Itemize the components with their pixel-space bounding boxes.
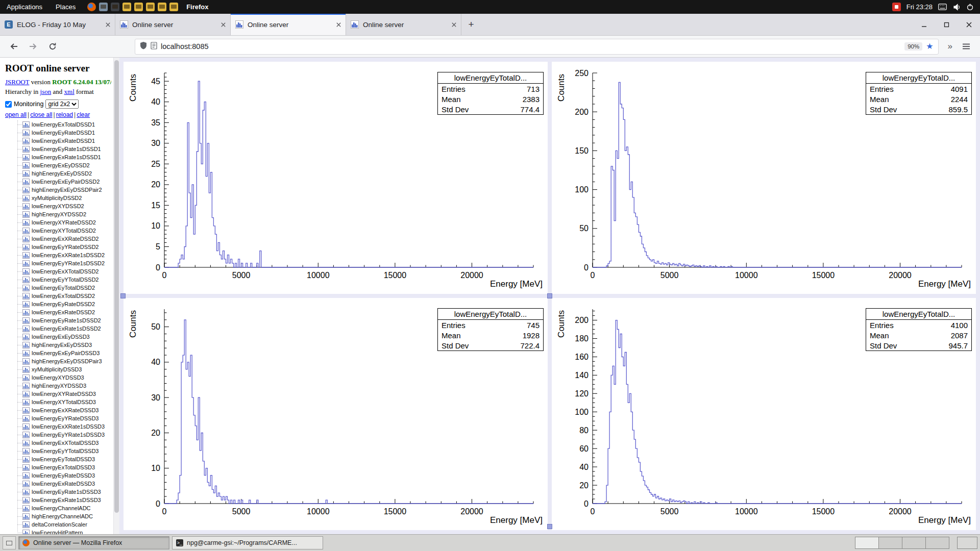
workspace-3[interactable] <box>902 537 926 549</box>
tree-item[interactable]: highEnergyExEyDSSDPair3 <box>5 357 111 365</box>
restore-button[interactable] <box>935 14 958 35</box>
forward-button[interactable] <box>26 39 41 54</box>
tree-item[interactable]: lowEnergyExEyPairDSSD3 <box>5 349 111 357</box>
tree-item[interactable]: lowEnergyEyTotalDSSD2 <box>5 284 111 292</box>
tree-item[interactable]: lowEnergyChannelADC <box>5 504 111 512</box>
plot-pad-top-left[interactable]: 05000100001500020000051015202530354045Co… <box>124 62 548 294</box>
workspace-1[interactable] <box>855 537 879 549</box>
tree-item[interactable]: lowEnergyEyRateDSSD1 <box>5 129 111 137</box>
tree-item[interactable]: highEnergyXYDSSD2 <box>5 210 111 218</box>
reload-button[interactable] <box>45 39 60 54</box>
tree-item[interactable]: lowEnergyEyYRateDSSD3 <box>5 414 111 422</box>
minimize-button[interactable] <box>913 14 935 35</box>
browser-tab[interactable]: EELOG - Friday 10 May <box>0 14 115 35</box>
tree-item[interactable]: lowEnergyExEyDSSD2 <box>5 161 111 169</box>
tree-item[interactable]: lowEnergyXYDSSD2 <box>5 202 111 210</box>
xml-link[interactable]: xml <box>64 88 75 95</box>
tree-item[interactable]: lowEnergyEyRateDSSD3 <box>5 471 111 480</box>
open-all-link[interactable]: open all <box>5 111 27 118</box>
tree-item[interactable]: lowEnergyEyYRateDSSD2 <box>5 243 111 251</box>
tree-item[interactable]: lowEnergyExXTotalDSSD2 <box>5 267 111 276</box>
reload-link[interactable]: reload <box>56 111 73 118</box>
tree-item[interactable]: lowEnergyXYDSSD3 <box>5 373 111 382</box>
scrollbar-thumb[interactable] <box>114 60 119 513</box>
tree-item[interactable]: lowEnergyHitPattern <box>5 529 111 534</box>
back-button[interactable] <box>6 39 21 54</box>
tree-item[interactable]: lowEnergyExTotalDSSD1 <box>5 120 111 129</box>
tree-item[interactable]: lowEnergyXYTotalDSSD2 <box>5 227 111 235</box>
tree-item[interactable]: lowEnergyExRateDSSD2 <box>5 308 111 316</box>
show-desktop-button[interactable] <box>3 536 16 549</box>
browser-tab[interactable]: Online server <box>346 14 461 35</box>
stats-box[interactable]: lowEnergyEyTotalD...Entries713Mean2383St… <box>437 72 544 115</box>
tree-item[interactable]: lowEnergyExXRateDSSD2 <box>5 235 111 243</box>
power-icon[interactable] <box>966 3 974 11</box>
taskbar-window-button[interactable]: >_npg@carme-gsi:~/Programs/CARME... <box>172 536 323 549</box>
clock[interactable]: Fri 23:28 <box>906 3 933 11</box>
monitoring-checkbox[interactable] <box>5 101 12 108</box>
tree-item[interactable]: lowEnergyExTotalDSSD2 <box>5 292 111 300</box>
app-launcher-icon-5[interactable] <box>169 3 178 11</box>
splitter-handle[interactable] <box>120 293 126 298</box>
splitter-handle[interactable] <box>547 524 552 529</box>
workspace-2[interactable] <box>878 537 902 549</box>
tree-item[interactable]: lowEnergyEyRateDSSD2 <box>5 300 111 308</box>
tree-item[interactable]: lowEnergyEyRate1sDSSD3 <box>5 488 111 496</box>
tree-item[interactable]: lowEnergyExXRate1sDSSD3 <box>5 422 111 431</box>
zoom-level[interactable]: 90% <box>904 42 922 51</box>
tree-item[interactable]: lowEnergyExRateDSSD3 <box>5 480 111 488</box>
bookmark-star-icon[interactable]: ★ <box>926 42 933 51</box>
tree-item[interactable]: lowEnergyXYRateDSSD2 <box>5 218 111 227</box>
page-info-icon[interactable] <box>151 42 157 52</box>
close-tab-icon[interactable] <box>452 22 456 27</box>
workspace-4[interactable] <box>925 537 949 549</box>
close-window-button[interactable] <box>958 14 980 35</box>
plot-pad-bottom-left[interactable]: 0500010000150002000001020304050CountsEne… <box>124 298 548 530</box>
tree-item[interactable]: highEnergyChannelADC <box>5 512 111 520</box>
plot-pad-bottom-right[interactable]: 0500010000150002000002040608010012014016… <box>552 298 976 530</box>
stats-box[interactable]: lowEnergyEyTotalD...Entries4091Mean2244S… <box>866 72 972 115</box>
json-link[interactable]: json <box>40 88 52 95</box>
app-launcher-icon-1[interactable] <box>122 3 131 11</box>
jsroot-link[interactable]: JSROOT <box>5 78 29 86</box>
places-menu[interactable]: Places <box>49 0 82 14</box>
tree-item[interactable]: lowEnergyEyRate1sDSSD2 <box>5 316 111 324</box>
url-bar[interactable]: localhost:8085 90% ★ <box>135 39 939 55</box>
tree-item[interactable]: highEnergyXYDSSD3 <box>5 382 111 390</box>
sidebar-scrollbar[interactable] <box>113 58 119 534</box>
tree-item[interactable]: deltaCorrelationScaler <box>5 520 111 529</box>
taskbar-window-button[interactable]: Online server — Mozilla Firefox <box>18 536 169 549</box>
stats-box[interactable]: lowEnergyEyTotalD...Entries745Mean1928St… <box>437 308 544 351</box>
app-launcher-icon-4[interactable] <box>158 3 166 11</box>
tree-item[interactable]: lowEnergyEyYRate1sDSSD3 <box>5 431 111 439</box>
close-tab-icon[interactable] <box>106 22 110 27</box>
tree-item[interactable]: highEnergyExEyDSSDPair2 <box>5 186 111 194</box>
tree-item[interactable]: lowEnergyExRateDSSD1 <box>5 137 111 145</box>
layout-select[interactable]: grid 2x2 <box>45 99 79 109</box>
tree-item[interactable]: lowEnergyEyTotalDSSD3 <box>5 455 111 463</box>
tree-item[interactable]: lowEnergyEyYRate1sDSSD2 <box>5 259 111 267</box>
tree-item[interactable]: lowEnergyXYRateDSSD3 <box>5 390 111 398</box>
new-tab-button[interactable]: + <box>461 14 481 35</box>
tree-item[interactable]: lowEnergyExEyDSSD3 <box>5 333 111 341</box>
tree-item[interactable]: lowEnergyEyYTotalDSSD3 <box>5 447 111 455</box>
close-tab-icon[interactable] <box>221 22 226 27</box>
trash-applet[interactable] <box>957 537 977 549</box>
overflow-chevron-icon[interactable]: » <box>946 41 954 52</box>
close-tab-icon[interactable] <box>336 22 341 27</box>
app-launcher-icon-2[interactable] <box>134 3 143 11</box>
shield-icon[interactable] <box>140 41 147 52</box>
tree-item[interactable]: lowEnergyExEyPairDSSD2 <box>5 178 111 186</box>
tree-item[interactable]: xyMultiplicityDSSD2 <box>5 194 111 202</box>
tree-item[interactable]: lowEnergyExRate1sDSSD1 <box>5 153 111 161</box>
recorder-tray-icon[interactable] <box>892 3 901 11</box>
tree-item[interactable]: highEnergyExEyDSSD3 <box>5 341 111 349</box>
close-all-link[interactable]: close all <box>30 111 52 118</box>
tree-item[interactable]: highEnergyExEyDSSD2 <box>5 169 111 178</box>
app-launcher-icon-3[interactable] <box>146 3 155 11</box>
browser-tab[interactable]: Online server <box>231 14 346 35</box>
files-launcher-icon[interactable] <box>99 3 108 11</box>
tree-item[interactable]: lowEnergyEyRate1sDSSD1 <box>5 145 111 153</box>
tree-item[interactable]: lowEnergyExXTotalDSSD3 <box>5 439 111 447</box>
tree-item[interactable]: lowEnergyXYTotalDSSD3 <box>5 398 111 406</box>
